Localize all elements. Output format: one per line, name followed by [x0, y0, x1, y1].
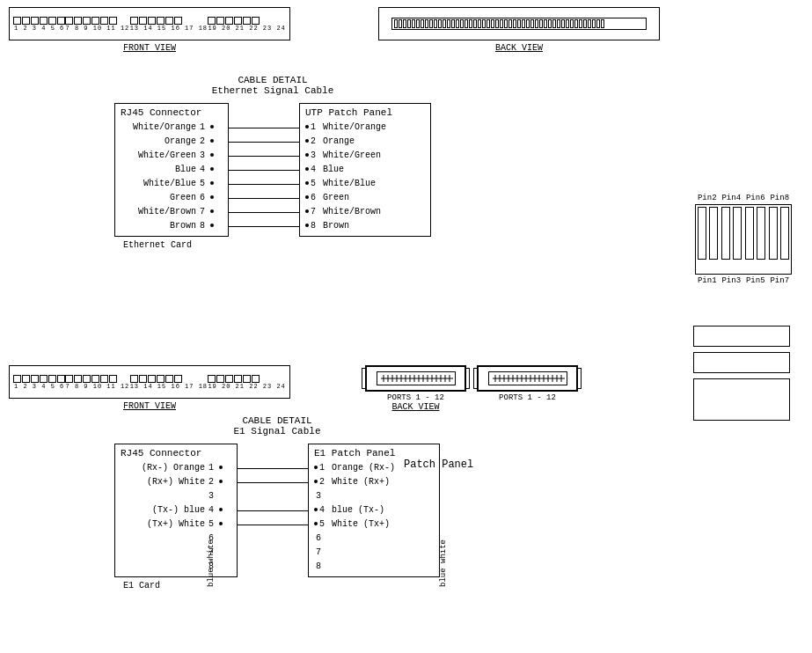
port-box — [40, 375, 48, 383]
bottom-connector-shell-2 — [477, 365, 578, 392]
b-right-pin-num-6: 6 — [314, 533, 325, 543]
bottom-back-connectors: PORTS 1 - 12 — [365, 365, 578, 402]
rj45-label-pin4: Pin4 — [721, 194, 741, 202]
port-box — [139, 375, 147, 383]
port-box — [243, 375, 251, 383]
back-pin — [456, 19, 459, 28]
pin-label-left-5: White/Blue — [121, 179, 200, 188]
back-pin — [407, 19, 411, 28]
rj45-label-pin1: Pin1 — [698, 276, 717, 285]
port-box — [48, 375, 56, 383]
port-numbers: 1 2 3 4 5 6 — [13, 25, 65, 32]
back-pin — [478, 19, 481, 28]
right-pin-num-7: 7 — [309, 207, 319, 216]
bottom-back-connector-1: PORTS 1 - 12 — [365, 365, 466, 402]
b-right-pin-row-2: 2 White (Rx+) — [314, 474, 434, 488]
right-pin-num-4: 4 — [309, 165, 319, 174]
bottom-right-pins: 1 Orange (Rx-) 2 White (Rx+) 3 4 bl — [314, 460, 434, 573]
wire-7 — [229, 205, 299, 219]
connector-ear-left-1 — [362, 368, 367, 389]
port-box — [74, 17, 82, 25]
port-box — [109, 17, 117, 25]
back-pin — [429, 19, 433, 28]
port-box — [91, 375, 99, 383]
port-box — [100, 375, 108, 383]
right-pin-label-1: White/Orange — [319, 122, 386, 132]
b-wire-8-empty — [238, 560, 308, 574]
cable-detail-bottom-title: CABLE DETAIL — [114, 415, 440, 426]
b-pin-row-7: 7 — [121, 545, 231, 559]
b-pin-num-6: 6 — [208, 533, 219, 543]
top-front-view-section: 1 2 3 4 5 6 7 8 9 10 11 12 — [9, 7, 290, 53]
back-pin — [434, 19, 437, 28]
right-pin-row-4: 4 Blue — [305, 162, 425, 176]
back-pin — [486, 19, 490, 28]
back-pin — [403, 19, 406, 28]
top-left-connector-title: RJ45 Connector — [121, 107, 223, 118]
main-container: 1 2 3 4 5 6 7 8 9 10 11 12 — [0, 0, 812, 653]
port-box — [31, 375, 39, 383]
back-pin — [399, 19, 402, 28]
port-group-4: 19 20 21 22 23 24 — [208, 17, 285, 32]
wire-6 — [229, 191, 299, 205]
b-pin-dot-5 — [219, 522, 223, 525]
top-back-panel — [378, 7, 660, 40]
pin-num-2: 2 — [200, 136, 210, 146]
right-pin-num-6: 6 — [309, 193, 319, 202]
b-pin-row-1: (Rx-) Orange 1 — [121, 460, 231, 474]
rj45-top-labels: Pin2 Pin4 Pin6 Pin8 — [695, 194, 792, 202]
right-pin-num-3: 3 — [309, 150, 319, 160]
b-wire-1 — [238, 461, 308, 475]
bottom-back-view-section: PORTS 1 - 12 — [365, 365, 578, 412]
port-box — [22, 375, 30, 383]
port-box — [139, 17, 147, 25]
b-pin-row-4: (Tx-) blue 4 — [121, 503, 231, 517]
right-rect-box-1 — [693, 326, 790, 347]
port-box — [216, 17, 224, 25]
port-box — [208, 17, 216, 25]
back-pin — [465, 19, 468, 28]
port-box — [234, 375, 242, 383]
right-pin-label-6: Green — [319, 193, 349, 202]
back-pin — [570, 19, 574, 28]
bottom-port-group-3: 13 14 15 16 17 18 — [130, 375, 208, 390]
connector-ear-right-1 — [465, 368, 470, 389]
connector-ear-left-2 — [473, 368, 479, 389]
top-wire-area — [229, 121, 299, 237]
rj45-label-pin8: Pin8 — [770, 194, 789, 202]
rj45-pin-5 — [745, 207, 754, 260]
rj45-pin-diagram: Pin2 Pin4 Pin6 Pin8 Pin1 Pin3 Pin5 Pin7 — [695, 194, 792, 285]
b-wire-7-empty — [238, 546, 308, 560]
port-box — [225, 375, 233, 383]
port-box — [234, 17, 242, 25]
b-right-pin-num-4: 4 — [318, 505, 328, 515]
top-left-connector-label: Ethernet Card — [123, 240, 431, 250]
top-back-view-label: BACK VIEW — [378, 43, 660, 53]
back-pin — [394, 19, 398, 28]
top-front-view-label: FRONT VIEW — [9, 43, 290, 53]
port-box — [157, 17, 165, 25]
right-rect-box-3 — [693, 378, 790, 421]
bottom-left-pins: (Rx-) Orange 1 (Rx+) White 2 3 (Tx — [121, 460, 231, 573]
back-pin — [513, 19, 516, 28]
back-pin — [508, 19, 512, 28]
back-pin — [574, 19, 578, 28]
pin-num-1: 1 — [200, 122, 210, 132]
pin-num-5: 5 — [200, 179, 210, 188]
b-pin-row-2: (Rx+) White 2 — [121, 474, 231, 488]
top-front-panel: 1 2 3 4 5 6 7 8 9 10 11 12 — [9, 7, 290, 40]
b-pin-row-3: 3 — [121, 488, 231, 503]
right-pin-label-3: White/Green — [319, 150, 381, 160]
top-right-connector-title: UTP Patch Panel — [305, 107, 425, 118]
b-wire-2 — [238, 475, 308, 489]
rj45-label-pin2: Pin2 — [698, 194, 717, 202]
connector-inner-2 — [488, 371, 567, 385]
rj45-pin-6 — [757, 207, 765, 260]
b-right-pin-label-5: White (Tx+) — [328, 519, 390, 529]
b-pin-dot-2 — [219, 480, 223, 483]
bottom-right-connector-title: E1 Patch Panel — [314, 448, 434, 459]
back-connector-pins — [392, 19, 606, 28]
bottom-port-numbers-3: 13 14 15 16 17 18 — [130, 383, 208, 390]
port-group-1: 1 2 3 4 5 6 — [13, 17, 65, 32]
b-pin-label-left-2: (Rx+) White — [121, 477, 208, 487]
